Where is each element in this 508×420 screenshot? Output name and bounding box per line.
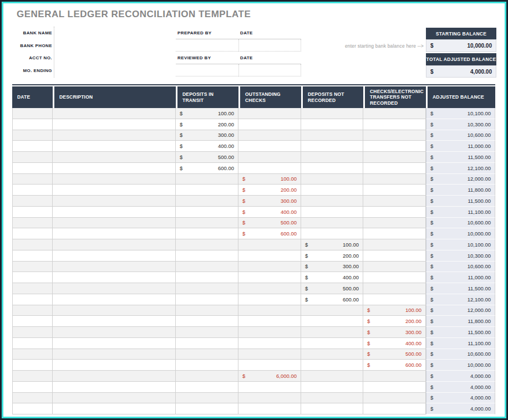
cell-outstanding-checks[interactable]	[238, 250, 301, 262]
cell-deposits-in-transit[interactable]	[176, 338, 238, 349]
cell-date[interactable]	[12, 141, 53, 152]
cell-outstanding-checks[interactable]	[238, 327, 301, 338]
cell-outstanding-checks[interactable]	[238, 393, 301, 404]
cell-checks-electronic-transfers[interactable]	[363, 174, 426, 185]
cell-deposits-not-recorded[interactable]	[301, 152, 363, 163]
cell-deposits-not-recorded[interactable]: $100.00	[301, 239, 363, 250]
cell-description[interactable]	[53, 371, 176, 382]
cell-deposits-in-transit[interactable]: $300.00	[176, 130, 238, 141]
cell-checks-electronic-transfers[interactable]	[363, 393, 426, 404]
cell-outstanding-checks[interactable]	[238, 239, 301, 250]
cell-deposits-not-recorded[interactable]: $300.00	[301, 262, 363, 273]
cell-outstanding-checks[interactable]: $500.00	[238, 218, 301, 229]
cell-checks-electronic-transfers[interactable]: $100.00	[363, 305, 426, 316]
acct-no-input[interactable]	[55, 53, 171, 64]
cell-date[interactable]	[12, 305, 53, 316]
cell-date[interactable]	[12, 163, 53, 174]
cell-outstanding-checks[interactable]: $6,000.00	[238, 371, 301, 382]
cell-outstanding-checks[interactable]: $300.00	[238, 196, 301, 207]
cell-date[interactable]	[12, 196, 53, 207]
cell-outstanding-checks[interactable]	[238, 141, 301, 152]
cell-description[interactable]	[53, 119, 176, 130]
cell-checks-electronic-transfers[interactable]	[363, 262, 426, 273]
cell-outstanding-checks[interactable]	[238, 119, 301, 130]
cell-checks-electronic-transfers[interactable]	[363, 196, 426, 207]
cell-deposits-not-recorded[interactable]	[301, 338, 363, 349]
cell-description[interactable]	[53, 152, 176, 163]
cell-description[interactable]	[53, 185, 176, 196]
cell-description[interactable]	[53, 108, 176, 119]
cell-description[interactable]	[53, 239, 176, 250]
cell-description[interactable]	[53, 250, 176, 262]
cell-description[interactable]	[53, 174, 176, 185]
cell-description[interactable]	[53, 130, 176, 141]
cell-deposits-in-transit[interactable]	[176, 207, 238, 218]
cell-checks-electronic-transfers[interactable]	[363, 228, 426, 239]
cell-checks-electronic-transfers[interactable]	[363, 108, 426, 119]
cell-deposits-not-recorded[interactable]	[301, 130, 363, 141]
cell-outstanding-checks[interactable]	[238, 163, 301, 174]
cell-deposits-in-transit[interactable]	[176, 349, 238, 360]
cell-checks-electronic-transfers[interactable]	[363, 294, 426, 305]
cell-deposits-not-recorded[interactable]: $400.00	[301, 272, 363, 283]
cell-description[interactable]	[53, 305, 176, 316]
cell-deposits-in-transit[interactable]	[176, 382, 238, 393]
cell-date[interactable]	[12, 403, 53, 414]
cell-deposits-not-recorded[interactable]	[301, 305, 363, 316]
cell-description[interactable]	[53, 360, 176, 371]
cell-deposits-not-recorded[interactable]	[301, 349, 363, 360]
cell-date[interactable]	[12, 382, 53, 393]
cell-deposits-in-transit[interactable]	[176, 403, 238, 414]
cell-deposits-in-transit[interactable]	[176, 316, 238, 327]
cell-description[interactable]	[53, 403, 176, 414]
cell-outstanding-checks[interactable]	[238, 272, 301, 283]
cell-deposits-in-transit[interactable]	[176, 262, 238, 273]
cell-deposits-in-transit[interactable]	[176, 196, 238, 207]
cell-deposits-in-transit[interactable]: $100.00	[176, 108, 238, 119]
cell-checks-electronic-transfers[interactable]	[363, 272, 426, 283]
cell-deposits-not-recorded[interactable]	[301, 218, 363, 229]
cell-checks-electronic-transfers[interactable]: $200.00	[363, 316, 426, 327]
cell-deposits-not-recorded[interactable]	[301, 371, 363, 382]
cell-checks-electronic-transfers[interactable]	[363, 130, 426, 141]
cell-date[interactable]	[12, 283, 53, 294]
cell-deposits-not-recorded[interactable]	[301, 316, 363, 327]
mo-ending-input[interactable]	[55, 65, 171, 77]
cell-date[interactable]	[12, 119, 53, 130]
cell-deposits-not-recorded[interactable]	[301, 196, 363, 207]
cell-outstanding-checks[interactable]	[238, 108, 301, 119]
cell-description[interactable]	[53, 327, 176, 338]
cell-deposits-not-recorded[interactable]	[301, 327, 363, 338]
cell-checks-electronic-transfers[interactable]: $600.00	[363, 360, 426, 371]
cell-description[interactable]	[53, 294, 176, 305]
cell-deposits-in-transit[interactable]: $400.00	[176, 141, 238, 152]
cell-deposits-in-transit[interactable]	[176, 239, 238, 250]
cell-date[interactable]	[12, 239, 53, 250]
cell-date[interactable]	[12, 349, 53, 360]
cell-checks-electronic-transfers[interactable]	[363, 239, 426, 250]
cell-deposits-in-transit[interactable]	[176, 272, 238, 283]
cell-deposits-in-transit[interactable]	[176, 393, 238, 404]
cell-description[interactable]	[53, 272, 176, 283]
cell-date[interactable]	[12, 338, 53, 349]
reviewed-date-input[interactable]	[238, 64, 301, 76]
cell-deposits-in-transit[interactable]	[176, 228, 238, 239]
cell-outstanding-checks[interactable]	[238, 382, 301, 393]
cell-deposits-not-recorded[interactable]	[301, 163, 363, 174]
cell-deposits-not-recorded[interactable]	[301, 393, 363, 404]
cell-date[interactable]	[12, 272, 53, 283]
cell-description[interactable]	[53, 338, 176, 349]
cell-deposits-in-transit[interactable]	[176, 305, 238, 316]
cell-deposits-in-transit[interactable]: $500.00	[176, 152, 238, 163]
cell-deposits-in-transit[interactable]: $200.00	[176, 119, 238, 130]
cell-deposits-in-transit[interactable]	[176, 185, 238, 196]
cell-date[interactable]	[12, 152, 53, 163]
cell-deposits-not-recorded[interactable]	[301, 228, 363, 239]
cell-outstanding-checks[interactable]: $200.00	[238, 185, 301, 196]
cell-date[interactable]	[12, 360, 53, 371]
cell-deposits-in-transit[interactable]	[176, 250, 238, 262]
cell-description[interactable]	[53, 218, 176, 229]
cell-checks-electronic-transfers[interactable]: $300.00	[363, 327, 426, 338]
cell-deposits-not-recorded[interactable]: $200.00	[301, 250, 363, 262]
starting-balance-value[interactable]: $ 10,000.00	[426, 39, 496, 52]
